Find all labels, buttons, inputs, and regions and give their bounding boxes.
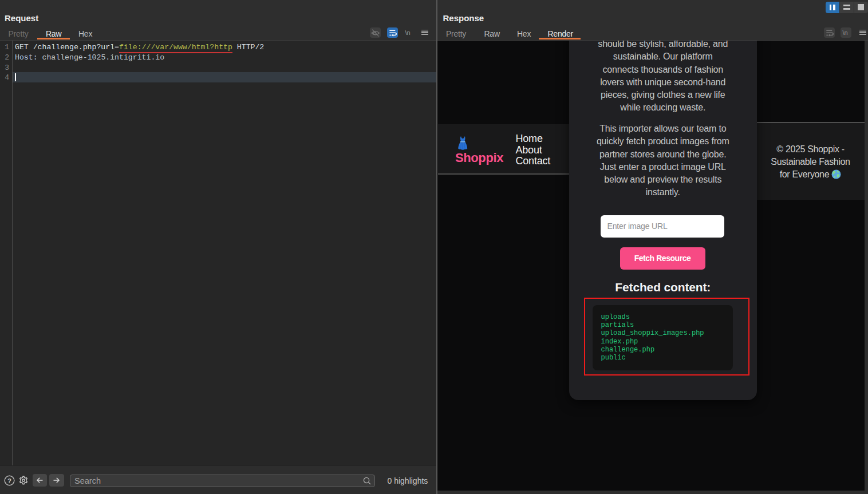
svg-text:?: ? (7, 477, 11, 484)
